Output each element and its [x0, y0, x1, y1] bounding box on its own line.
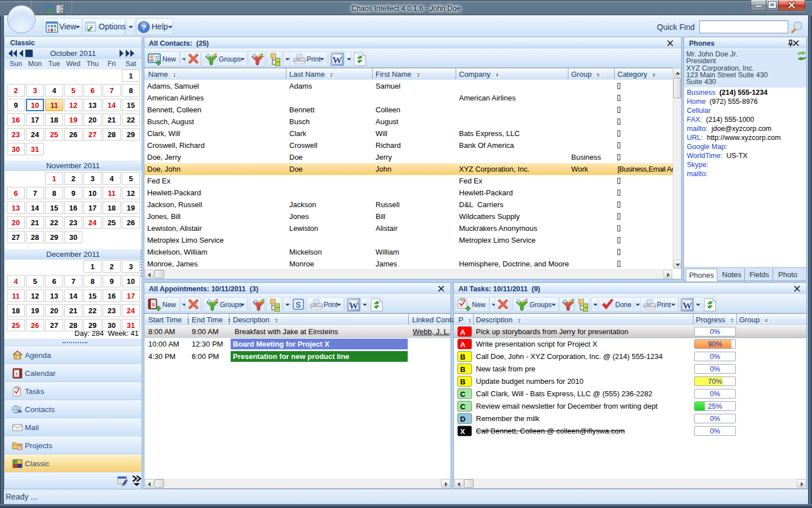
svg-text:5: 5 [152, 302, 155, 308]
svg-text:W: W [349, 300, 359, 311]
svg-text:S: S [295, 300, 301, 309]
svg-text:W: W [333, 55, 342, 65]
svg-text:W: W [683, 300, 692, 311]
svg-text:?: ? [142, 23, 146, 32]
svg-text:5: 5 [16, 372, 18, 376]
